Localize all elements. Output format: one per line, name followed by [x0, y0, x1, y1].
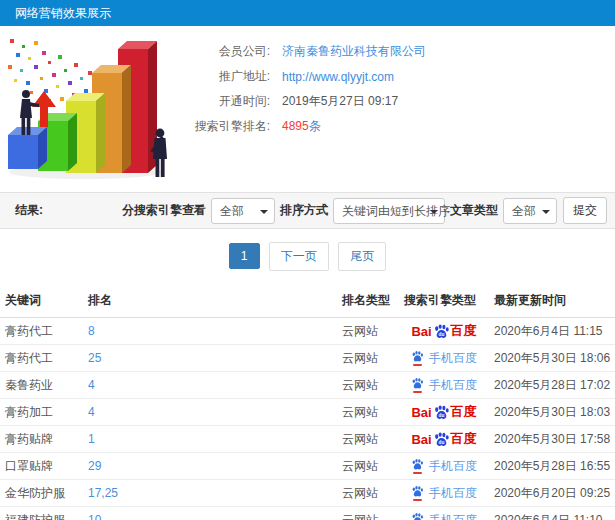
baidu-logo-text-right: 百度 — [451, 403, 477, 421]
baidu-paw-icon — [411, 512, 424, 520]
sort-order-select[interactable]: 关键词由短到长排序 — [333, 198, 445, 224]
updated-time-cell: 2020年6月4日 11:10 — [489, 507, 615, 520]
baidu-logo-text-right: 百度 — [451, 322, 477, 340]
mobile-baidu-paw-icon — [411, 377, 424, 393]
engine-type-cell: 手机百度 — [399, 453, 489, 480]
keyword-cell: 膏药贴牌 — [0, 426, 83, 453]
svg-text:du: du — [438, 332, 444, 337]
table-row: 膏药加工4云网站Baidu百度2020年5月30日 18:03 — [0, 399, 615, 426]
svg-text:du: du — [438, 413, 444, 418]
table-row: 膏药代工25云网站手机百度2020年5月30日 18:06 — [0, 345, 615, 372]
baidu-paw-icon — [411, 377, 424, 390]
updated-time-cell: 2020年6月20日 09:25 — [489, 480, 615, 507]
mobile-baidu-underline — [413, 364, 422, 366]
mobile-baidu-underline — [413, 391, 422, 393]
page-1-button[interactable]: 1 — [229, 243, 260, 269]
keyword-cell: 福建防护服 — [0, 507, 83, 520]
article-type-select[interactable]: 全部 — [503, 198, 557, 224]
keyword-cell: 膏药代工 — [0, 318, 83, 345]
member-info-section: 会员公司: 济南秦鲁药业科技有限公司 推广地址: http://www.qlyy… — [0, 26, 615, 184]
mobile-baidu-logo: 手机百度 — [411, 377, 477, 394]
baidu-paw-icon: du — [433, 323, 450, 340]
updated-time-cell: 2020年5月30日 17:58 — [489, 426, 615, 453]
mobile-baidu-paw-icon — [411, 485, 424, 501]
mobile-baidu-label: 手机百度 — [429, 485, 477, 502]
keyword-cell: 膏药代工 — [0, 345, 83, 372]
engine-type-cell: Baidu百度 — [399, 426, 489, 453]
mobile-baidu-underline — [413, 499, 422, 501]
marketing-chart-graphic — [0, 31, 175, 181]
keyword-cell: 口罩贴牌 — [0, 453, 83, 480]
mobile-baidu-logo: 手机百度 — [411, 485, 477, 502]
article-type-label: 文章类型 — [450, 202, 498, 219]
rank-link[interactable]: 4 — [83, 399, 337, 426]
promo-url-label: 推广地址: — [175, 68, 270, 85]
mobile-baidu-logo: 手机百度 — [411, 350, 477, 367]
rank-link[interactable]: 25 — [83, 345, 337, 372]
svg-text:du: du — [438, 440, 444, 445]
mobile-baidu-label: 手机百度 — [429, 377, 477, 394]
company-name-link[interactable]: 济南秦鲁药业科技有限公司 — [282, 43, 426, 60]
table-row: 金华防护服17,25云网站手机百度2020年6月20日 09:25 — [0, 480, 615, 507]
baidu-logo: Baidu百度 — [411, 322, 476, 340]
mobile-baidu-logo: 手机百度 — [411, 458, 477, 475]
baidu-logo: Baidu百度 — [411, 403, 476, 421]
engine-type-cell: Baidu百度 — [399, 318, 489, 345]
updated-time-cell: 2020年5月28日 17:02 — [489, 372, 615, 399]
table-row: 福建防护服10云网站手机百度2020年6月4日 11:10 — [0, 507, 615, 520]
rank-link[interactable]: 1 — [83, 426, 337, 453]
rank-type-cell: 云网站 — [337, 345, 399, 372]
rank-type-cell: 云网站 — [337, 372, 399, 399]
next-page-button[interactable]: 下一页 — [269, 242, 329, 271]
keyword-cell: 秦鲁药业 — [0, 372, 83, 399]
baidu-paw-icon: du — [433, 404, 450, 421]
baidu-logo: Baidu百度 — [411, 430, 476, 448]
mobile-baidu-logo: 手机百度 — [411, 512, 477, 520]
page-title: 网络营销效果展示 — [15, 6, 111, 20]
mobile-baidu-underline — [413, 472, 422, 474]
keyword-cell: 膏药加工 — [0, 399, 83, 426]
table-header-row: 关键词 排名 排名类型 搜索引擎类型 最新更新时间 — [0, 283, 615, 318]
header-rank: 排名 — [83, 283, 337, 318]
info-row-opened: 开通时间: 2019年5月27日 09:17 — [175, 89, 426, 114]
rank-link[interactable]: 4 — [83, 372, 337, 399]
updated-time-cell: 2020年5月30日 18:03 — [489, 399, 615, 426]
promo-url-link[interactable]: http://www.qlyyjt.com — [282, 70, 394, 84]
results-filter-bar: 结果: 分搜索引擎查看 全部 排序方式 关键词由短到长排序 文章类型 全部 提交 — [0, 192, 615, 229]
table-row: 口罩贴牌29云网站手机百度2020年5月28日 16:55 — [0, 453, 615, 480]
engine-view-label: 分搜索引擎查看 — [122, 202, 206, 219]
info-row-company: 会员公司: 济南秦鲁药业科技有限公司 — [175, 39, 426, 64]
rank-count-number: 4895 — [282, 119, 309, 133]
header-engine-type: 搜索引擎类型 — [399, 283, 489, 318]
engine-filter-select[interactable]: 全部 — [211, 198, 275, 224]
submit-button[interactable]: 提交 — [563, 197, 607, 224]
table-row: 膏药贴牌1云网站Baidu百度2020年5月30日 17:58 — [0, 426, 615, 453]
rank-link[interactable]: 8 — [83, 318, 337, 345]
open-time-value: 2019年5月27日 09:17 — [282, 93, 398, 110]
mobile-baidu-paw-icon — [411, 512, 424, 520]
rank-link[interactable]: 17,25 — [83, 480, 337, 507]
baidu-logo-text-left: Bai — [411, 324, 431, 339]
info-row-rank-count: 搜索引擎排名: 4895条 — [175, 114, 426, 139]
sort-order-value: 关键词由短到长排序 — [342, 204, 450, 218]
last-page-button[interactable]: 尾页 — [338, 242, 386, 271]
mobile-baidu-paw-icon — [411, 350, 424, 366]
baidu-paw-icon: du — [433, 431, 450, 448]
rank-link[interactable]: 29 — [83, 453, 337, 480]
rank-link[interactable]: 10 — [83, 507, 337, 520]
engine-type-cell: 手机百度 — [399, 480, 489, 507]
member-info-list: 会员公司: 济南秦鲁药业科技有限公司 推广地址: http://www.qlyy… — [175, 31, 426, 184]
rank-type-cell: 云网站 — [337, 318, 399, 345]
engine-filter-value: 全部 — [220, 204, 244, 218]
pagination: 1 下一页 尾页 — [0, 229, 615, 283]
updated-time-cell: 2020年5月30日 18:06 — [489, 345, 615, 372]
engine-type-cell: 手机百度 — [399, 345, 489, 372]
rank-type-cell: 云网站 — [337, 480, 399, 507]
results-label: 结果: — [15, 202, 43, 219]
rank-type-cell: 云网站 — [337, 453, 399, 480]
article-type-value: 全部 — [512, 204, 536, 218]
rank-type-cell: 云网站 — [337, 507, 399, 520]
engine-type-cell: Baidu百度 — [399, 399, 489, 426]
keyword-cell: 金华防护服 — [0, 480, 83, 507]
mobile-baidu-paw-icon — [411, 458, 424, 474]
